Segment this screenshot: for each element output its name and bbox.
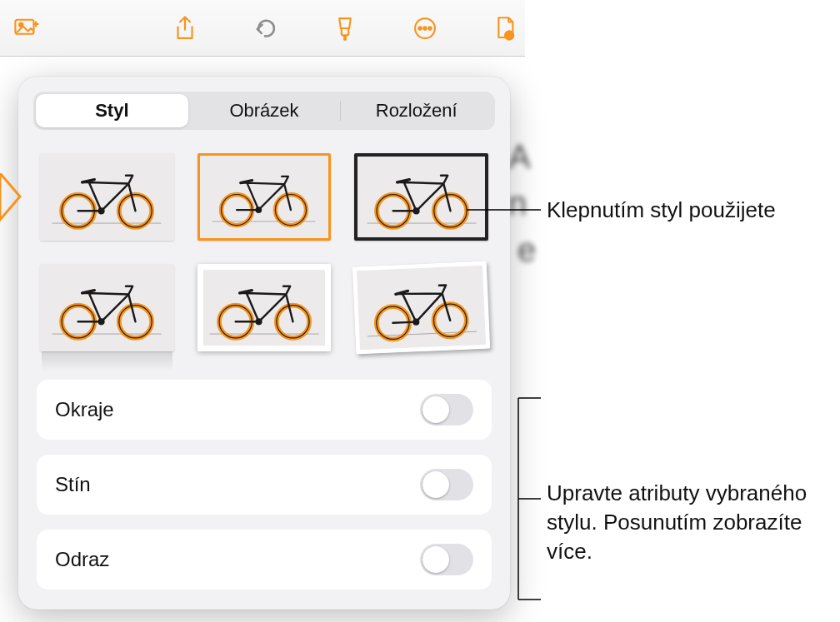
tab-style[interactable]: Styl [36,94,188,127]
svg-point-14 [98,207,105,214]
option-label: Odraz [55,548,109,571]
background-document-text: An e [508,133,536,273]
style-preset-dark-frame[interactable] [354,153,488,241]
callout-text: Klepnutím styl použijete [547,197,776,222]
reflect-switch[interactable] [420,544,473,575]
option-label: Okraje [55,398,114,421]
document-view-icon[interactable] [485,12,525,45]
bicycle-icon [362,271,481,345]
svg-point-8 [508,34,511,37]
option-row-shadow[interactable]: Stín [37,455,492,515]
tab-label: Styl [95,100,128,122]
undo-icon[interactable] [245,12,285,45]
style-preset-reflection[interactable] [40,264,174,351]
brush-icon[interactable] [325,12,365,45]
media-icon[interactable] [7,12,47,45]
svg-point-32 [98,318,105,325]
format-popover: Styl Obrázek Rozložení [18,77,510,610]
callout-text: Upravte atributy vybraného stylu. Posunu… [547,480,807,564]
share-icon[interactable] [165,12,205,45]
more-icon[interactable] [405,12,445,45]
option-row-border[interactable]: Okraje [37,380,492,440]
svg-point-5 [428,27,431,29]
tab-image[interactable]: Obrázek [188,94,341,127]
bicycle-icon [208,165,319,229]
style-preset-plain[interactable] [40,153,174,241]
shadow-switch[interactable] [420,469,473,500]
bicycle-icon [364,163,479,231]
callout-apply-style: Klepnutím styl použijete [547,196,776,225]
style-preset-border[interactable] [198,153,332,241]
format-tabs: Styl Obrázek Rozložení [33,92,495,130]
callout-edit-attributes: Upravte atributy vybraného stylu. Posunu… [547,479,822,566]
svg-point-20 [256,207,262,213]
tab-layout[interactable]: Rozložení [340,94,492,127]
style-presets-grid [33,153,495,351]
svg-point-26 [412,207,419,214]
style-preset-tilt[interactable] [352,261,490,355]
bicycle-icon [49,163,164,231]
svg-point-3 [418,27,421,29]
tab-label: Rozložení [376,100,458,122]
svg-point-4 [423,27,426,29]
bicycle-icon [49,274,164,342]
style-options-list: Okraje Stín Odraz [33,380,495,590]
option-row-reflect[interactable]: Odraz [37,530,492,590]
svg-point-38 [255,318,262,325]
app-toolbar [0,0,525,57]
style-preset-white-frame[interactable] [198,264,332,351]
bicycle-icon [207,274,322,342]
option-label: Stín [55,473,91,496]
tab-label: Obrázek [229,100,298,122]
canvas-selection-handle [0,173,25,223]
border-switch[interactable] [420,394,473,425]
